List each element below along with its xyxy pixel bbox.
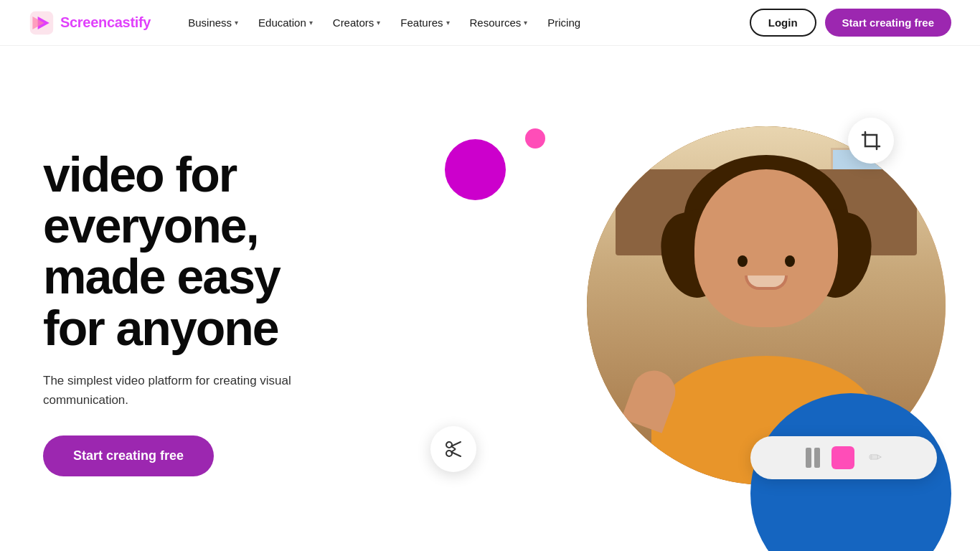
- pause-bar-left: [806, 448, 811, 468]
- nav-cta-button[interactable]: Start creating free: [825, 9, 951, 37]
- nav-item-features[interactable]: Features ▾: [392, 11, 458, 34]
- hero-subtext: The simplest video platform for creating…: [43, 371, 344, 410]
- chevron-down-icon: ▾: [377, 19, 380, 27]
- chevron-down-icon: ▾: [235, 19, 238, 27]
- logo-icon: [29, 10, 55, 36]
- eye-right: [785, 255, 795, 267]
- nav-item-creators[interactable]: Creators ▾: [324, 11, 390, 34]
- hero-heading: video for everyone, made easy for anyone: [43, 149, 416, 354]
- hero-cta-button[interactable]: Start creating free: [43, 435, 214, 476]
- stop-button[interactable]: [831, 446, 854, 469]
- nav-item-pricing[interactable]: Pricing: [539, 11, 589, 34]
- pause-button[interactable]: [806, 448, 820, 468]
- nav-actions: Login Start creating free: [750, 9, 951, 37]
- svg-line-8: [451, 449, 456, 452]
- decorative-pink-dot: [525, 128, 545, 149]
- svg-line-6: [451, 452, 461, 456]
- logo[interactable]: Screencastify: [29, 10, 151, 36]
- chevron-down-icon: ▾: [309, 19, 313, 27]
- edit-icon[interactable]: ✏: [869, 448, 882, 467]
- scissors-icon: [443, 439, 463, 459]
- nav-item-resources[interactable]: Resources ▾: [461, 11, 537, 34]
- crop-tool-bubble[interactable]: [848, 118, 894, 164]
- eye-left: [738, 255, 748, 267]
- hero-right: ✏: [416, 75, 937, 551]
- pause-bar-right: [814, 448, 820, 468]
- hero-left: video for everyone, made easy for anyone…: [43, 149, 416, 477]
- person-smile: [745, 276, 788, 290]
- hero-section: video for everyone, made easy for anyone…: [0, 46, 980, 551]
- navbar: Screencastify Business ▾ Education ▾ Cre…: [0, 0, 980, 46]
- login-button[interactable]: Login: [750, 9, 816, 37]
- person-head: [694, 169, 838, 327]
- nav-item-business[interactable]: Business ▾: [179, 11, 247, 34]
- person-eyes: [738, 255, 795, 267]
- nav-item-education[interactable]: Education ▾: [250, 11, 321, 34]
- logo-text: Screencastify: [60, 14, 151, 31]
- nav-links: Business ▾ Education ▾ Creators ▾ Featur…: [179, 11, 750, 34]
- scissors-tool-bubble[interactable]: [430, 426, 476, 472]
- chevron-down-icon: ▾: [446, 19, 450, 27]
- svg-line-5: [451, 442, 461, 446]
- decorative-purple-circle: [445, 139, 506, 200]
- crop-icon: [861, 131, 881, 151]
- chevron-down-icon: ▾: [524, 19, 527, 27]
- playback-controls-bubble[interactable]: ✏: [750, 436, 937, 479]
